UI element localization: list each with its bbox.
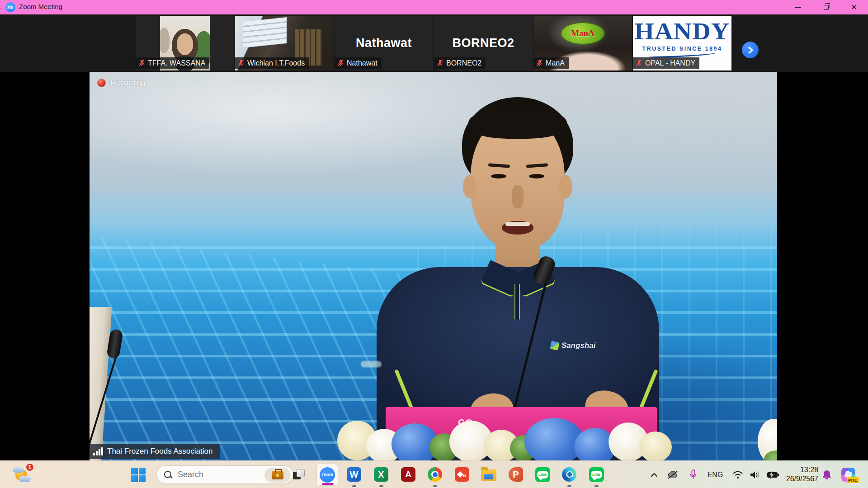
recording-indicator: Recording [98, 78, 146, 87]
muted-mic-icon [636, 59, 642, 67]
flower [524, 418, 584, 460]
recording-dot-icon [98, 79, 105, 87]
edge-icon [562, 467, 576, 482]
running-indicator [352, 485, 356, 487]
restore-icon [824, 5, 829, 10]
acrobat-icon: A [401, 467, 415, 482]
main-speaker-video[interactable]: Sangshai CO Recording [90, 72, 777, 460]
bell-icon [822, 469, 832, 480]
participant-name-label: TFFA. WASSANA [136, 57, 209, 69]
minimize-icon [795, 7, 801, 8]
line2-app-button[interactable]: LINE [587, 465, 605, 483]
windows-logo-icon [131, 468, 146, 482]
copilot-icon: PRE [841, 468, 855, 482]
overlapping-windows-icon [293, 469, 305, 480]
minimize-button[interactable] [784, 0, 812, 14]
mana-logo: ManA [561, 22, 605, 45]
participant-filmstrip: TFFA. WASSANA Wichian I.T.Foods Nathawat [0, 14, 868, 72]
chevron-up-icon [651, 473, 658, 477]
active-app-indicator [322, 483, 334, 485]
clock-tray-button[interactable]: 13:28 26/9/2567 [786, 465, 818, 483]
cloud-icon [19, 476, 31, 482]
powerpoint-app-button[interactable]: P [507, 465, 525, 483]
muted-mic-icon [138, 59, 145, 67]
battery-charging-icon [767, 471, 779, 479]
speaker-ear [559, 175, 572, 198]
file-explorer-button[interactable] [480, 465, 498, 483]
start-button[interactable] [130, 467, 146, 483]
speaker-name-label: Thai Frozen Foods Association [90, 444, 220, 459]
cloud-icon [13, 467, 24, 473]
window-titlebar: zm Zoom Meeting × [0, 0, 868, 14]
search-icon [164, 470, 173, 479]
speaker-teeth [505, 222, 530, 226]
zoom-meeting-window: zm Zoom Meeting × TFFA. WASSANA [0, 0, 868, 488]
microphone-tray-button[interactable] [685, 461, 701, 488]
line-icon: LINE [589, 467, 604, 482]
notification-count-badge: 1 [25, 463, 34, 472]
excel-app-button[interactable]: X [372, 465, 390, 483]
speaker-icon [750, 470, 760, 479]
copilot-pre-badge: PRE [847, 477, 859, 483]
speaker-ear [463, 175, 476, 198]
folder-icon [481, 469, 496, 481]
running-indicator [379, 485, 383, 487]
search-input[interactable] [177, 469, 254, 480]
zoom-app-button-active[interactable]: zoom [316, 464, 338, 486]
polo-placket [514, 284, 520, 319]
word-app-button[interactable]: W [345, 465, 363, 483]
wifi-tray-button[interactable] [730, 461, 746, 488]
zoom-app-icon: zm [5, 2, 15, 12]
participant-name-label: Nathawat [335, 57, 382, 69]
participant-name-label: Wichian I.T.Foods [235, 57, 309, 69]
word-icon: W [347, 467, 361, 482]
search-highlight-pill [264, 468, 291, 483]
excel-icon: X [374, 467, 388, 482]
close-button[interactable]: × [840, 0, 868, 14]
shirt-brand-logo: Sangshai [551, 341, 596, 350]
participant-name-label: ManA [533, 57, 569, 69]
participant-tile-wichian[interactable]: Wichian I.T.Foods [235, 16, 334, 70]
participant-tile-nathawat[interactable]: Nathawat Nathawat [335, 16, 433, 70]
weather-widget-button[interactable]: 1 [12, 465, 33, 484]
handy-logo-title: HANDY [634, 19, 730, 44]
signal-bars-icon [93, 447, 103, 455]
participant-tile-mana[interactable]: ManA ManA [533, 16, 632, 70]
battery-tray-button[interactable] [764, 461, 782, 488]
participant-tile-opal-handy[interactable]: HANDY TRUSTED SINCE 1894 OPAL - HANDY [633, 16, 731, 70]
tray-overflow-button[interactable] [647, 461, 661, 488]
restore-button[interactable] [812, 0, 840, 14]
taskbar-search[interactable] [156, 465, 293, 484]
volume-tray-button[interactable] [747, 461, 763, 488]
chest-logo-left [361, 361, 382, 367]
task-view-button[interactable] [290, 465, 308, 483]
language-indicator[interactable]: ENG [705, 461, 725, 488]
participant-name-label: OPAL - HANDY [633, 57, 699, 69]
participant-tile-wassana[interactable]: TFFA. WASSANA [136, 16, 234, 70]
copilot-button[interactable]: PRE [837, 461, 859, 488]
window-title: Zoom Meeting [19, 3, 62, 10]
chrome-icon [428, 467, 442, 482]
speaker-nose [512, 185, 524, 208]
participant-tile-borneo2[interactable]: BORNEO2 BORNEO2 [434, 16, 533, 70]
wifi-icon [732, 471, 743, 479]
onedrive-tray-button[interactable] [665, 461, 681, 488]
speaker-eye [491, 174, 506, 178]
tray-time: 13:28 [786, 465, 818, 474]
edge-app-button[interactable] [560, 465, 578, 483]
speaker-person: Sangshai [90, 72, 777, 460]
microphone-icon [689, 469, 697, 480]
line-app-button[interactable]: LINE [533, 465, 552, 483]
acrobat-app-button[interactable]: A [399, 465, 417, 483]
red-share-app-button[interactable]: » [453, 465, 471, 483]
tray-date: 26/9/2567 [786, 474, 818, 483]
running-indicator [433, 485, 437, 487]
flower [639, 432, 672, 460]
cloud-offline-icon [667, 470, 679, 479]
chrome-app-button[interactable] [426, 465, 444, 483]
close-icon: × [851, 3, 857, 12]
chevron-right-icon [747, 47, 754, 54]
notifications-button[interactable] [819, 461, 835, 488]
muted-mic-icon [437, 59, 443, 67]
next-participants-button[interactable] [742, 42, 759, 58]
